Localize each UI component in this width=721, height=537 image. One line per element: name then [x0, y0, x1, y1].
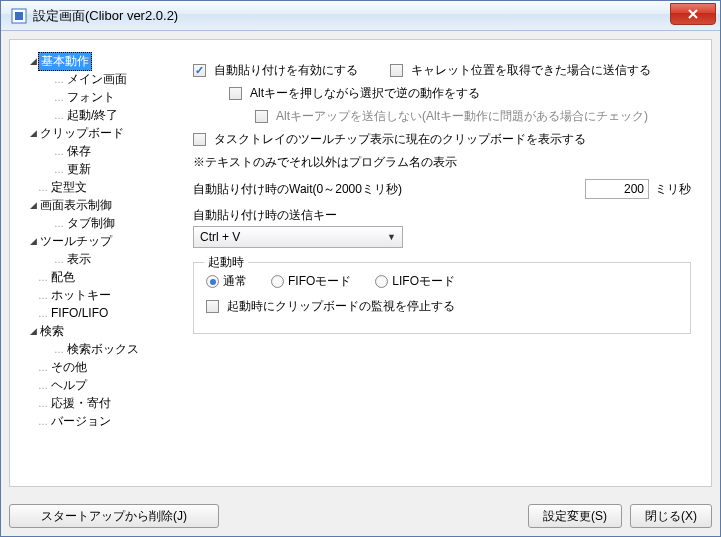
tree-item-0[interactable]: ◢基本動作	[18, 52, 173, 70]
content-area: 自動貼り付けを有効にする キャレット位置を取得できた場合に送信する Altキーを…	[173, 48, 703, 478]
triangle-down-icon: ◢	[28, 128, 38, 138]
tree-item-15[interactable]: ◢検索	[18, 322, 173, 340]
tree-connector: …	[38, 380, 47, 391]
tree-item-label: 検索ボックス	[65, 341, 141, 358]
tree-item-label: 表示	[65, 251, 93, 268]
tree-item-20[interactable]: …バージョン	[18, 412, 173, 430]
tree-item-13[interactable]: …ホットキー	[18, 286, 173, 304]
label-radio-lifo: LIFOモード	[392, 273, 455, 290]
checkbox-caret[interactable]	[390, 64, 403, 77]
tree-item-label: 検索	[38, 323, 66, 340]
tree-connector: …	[38, 272, 47, 283]
tree-connector: …	[54, 344, 63, 355]
combo-sendkey-value: Ctrl + V	[200, 230, 240, 244]
tree-item-label: バージョン	[49, 413, 113, 430]
chevron-down-icon: ▼	[387, 232, 396, 242]
tree-item-11[interactable]: …表示	[18, 250, 173, 268]
tree-item-3[interactable]: …起動/終了	[18, 106, 173, 124]
triangle-down-icon: ◢	[28, 236, 38, 246]
label-alt-reverse: Altキーを押しながら選択で逆の動作をする	[250, 85, 480, 102]
label-caret: キャレット位置を取得できた場合に送信する	[411, 62, 651, 79]
tree-item-5[interactable]: …保存	[18, 142, 173, 160]
close-button[interactable]	[670, 3, 716, 25]
tree-connector: …	[38, 362, 47, 373]
tree-connector: …	[38, 416, 47, 427]
note-textonly: ※テキストのみでそれ以外はプログラム名の表示	[193, 154, 691, 171]
tree-connector: …	[54, 146, 63, 157]
triangle-down-icon: ◢	[28, 200, 38, 210]
tree-connector: …	[54, 254, 63, 265]
tree-connector: …	[54, 110, 63, 121]
tree-item-label: 基本動作	[38, 52, 92, 71]
tree-item-label: 配色	[49, 269, 77, 286]
label-wait: 自動貼り付け時のWait(0～2000ミリ秒)	[193, 181, 402, 198]
tree-item-label: FIFO/LIFO	[49, 306, 110, 320]
tree-item-18[interactable]: …ヘルプ	[18, 376, 173, 394]
tree-item-label: クリップボード	[38, 125, 126, 142]
checkbox-tooltip-clip[interactable]	[193, 133, 206, 146]
tree-item-label: メイン画面	[65, 71, 129, 88]
settings-window: 設定画面(Clibor ver2.0.2) ◢基本動作…メイン画面…フォント…起…	[0, 0, 721, 537]
label-sendkey: 自動貼り付け時の送信キー	[193, 207, 691, 224]
label-autopaste: 自動貼り付けを有効にする	[214, 62, 358, 79]
delete-startup-button[interactable]: スタートアップから削除(J)	[9, 504, 219, 528]
tree-connector: …	[54, 74, 63, 85]
tree-connector: …	[38, 308, 47, 319]
radio-fifo[interactable]	[271, 275, 284, 288]
tree-item-17[interactable]: …その他	[18, 358, 173, 376]
tree-item-label: タブ制御	[65, 215, 117, 232]
tree-item-6[interactable]: …更新	[18, 160, 173, 178]
tree-item-4[interactable]: ◢クリップボード	[18, 124, 173, 142]
label-stop-monitor: 起動時にクリップボードの監視を停止する	[227, 298, 455, 315]
checkbox-alt-reverse[interactable]	[229, 87, 242, 100]
tree-connector: …	[38, 182, 47, 193]
tree-item-8[interactable]: ◢画面表示制御	[18, 196, 173, 214]
label-wait-unit: ミリ秒	[655, 181, 691, 198]
radio-lifo[interactable]	[375, 275, 388, 288]
close-dialog-button[interactable]: 閉じる(X)	[630, 504, 712, 528]
tree-item-label: ホットキー	[49, 287, 113, 304]
tree-connector: …	[54, 164, 63, 175]
fieldset-startup: 起動時 通常 FIFOモード LIFOモード	[193, 262, 691, 334]
tree-connector: …	[54, 218, 63, 229]
tree-item-14[interactable]: …FIFO/LIFO	[18, 304, 173, 322]
tree-item-label: ツールチップ	[38, 233, 114, 250]
nav-tree[interactable]: ◢基本動作…メイン画面…フォント…起動/終了◢クリップボード…保存…更新…定型文…	[18, 48, 173, 478]
tree-item-label: 定型文	[49, 179, 89, 196]
tree-item-2[interactable]: …フォント	[18, 88, 173, 106]
tree-connector: …	[54, 92, 63, 103]
tree-item-12[interactable]: …配色	[18, 268, 173, 286]
window-title: 設定画面(Clibor ver2.0.2)	[33, 7, 178, 25]
radio-normal[interactable]	[206, 275, 219, 288]
label-radio-normal: 通常	[223, 273, 247, 290]
main-panel: ◢基本動作…メイン画面…フォント…起動/終了◢クリップボード…保存…更新…定型文…	[9, 39, 712, 487]
tree-item-1[interactable]: …メイン画面	[18, 70, 173, 88]
tree-item-label: フォント	[65, 89, 117, 106]
tree-item-10[interactable]: ◢ツールチップ	[18, 232, 173, 250]
tree-item-label: 画面表示制御	[38, 197, 114, 214]
input-wait[interactable]	[585, 179, 649, 199]
checkbox-stop-monitor[interactable]	[206, 300, 219, 313]
tree-item-label: 応援・寄付	[49, 395, 113, 412]
app-icon	[11, 8, 27, 24]
tree-connector: …	[38, 290, 47, 301]
tree-item-label: 更新	[65, 161, 93, 178]
tree-item-16[interactable]: …検索ボックス	[18, 340, 173, 358]
label-alt-keyup: Altキーアップを送信しない(Altキー動作に問題がある場合にチェック)	[276, 108, 648, 125]
tree-item-label: その他	[49, 359, 89, 376]
tree-item-label: 保存	[65, 143, 93, 160]
svg-rect-1	[15, 12, 23, 20]
tree-item-label: ヘルプ	[49, 377, 89, 394]
label-radio-fifo: FIFOモード	[288, 273, 351, 290]
triangle-down-icon: ◢	[28, 56, 38, 66]
checkbox-autopaste[interactable]	[193, 64, 206, 77]
client-area: ◢基本動作…メイン画面…フォント…起動/終了◢クリップボード…保存…更新…定型文…	[1, 31, 720, 536]
tree-item-7[interactable]: …定型文	[18, 178, 173, 196]
apply-button[interactable]: 設定変更(S)	[528, 504, 622, 528]
tree-connector: …	[38, 398, 47, 409]
tree-item-19[interactable]: …応援・寄付	[18, 394, 173, 412]
legend-startup: 起動時	[204, 254, 248, 271]
tree-item-9[interactable]: …タブ制御	[18, 214, 173, 232]
combo-sendkey[interactable]: Ctrl + V ▼	[193, 226, 403, 248]
checkbox-alt-keyup[interactable]	[255, 110, 268, 123]
